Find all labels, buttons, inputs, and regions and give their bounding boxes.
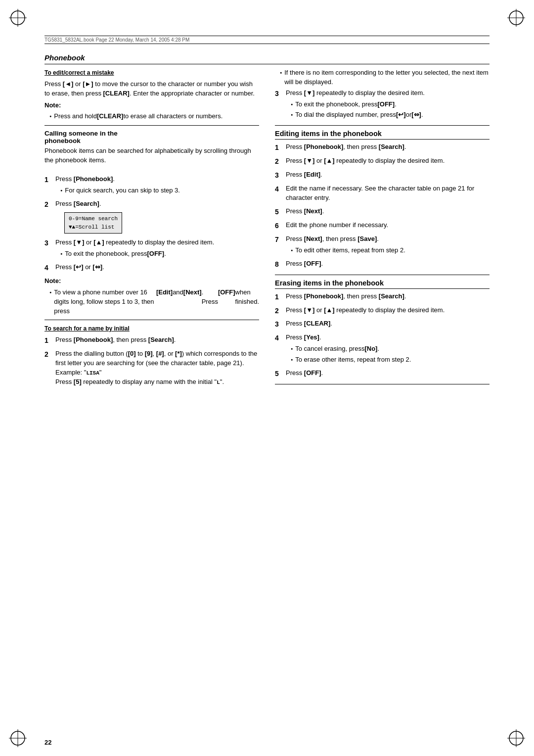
editing-step-3: 3 Press [Edit].	[275, 170, 490, 182]
meta-text: TG5831_5832AL.book Page 22 Monday, March…	[44, 37, 189, 43]
search-initial-step-1: 1 Press [Phonebook], then press [Search]…	[44, 335, 259, 347]
right-top-bullet-1: If there is no item corresponding to the…	[275, 68, 490, 87]
edit-mistake-heading: To edit/correct a mistake	[44, 69, 114, 76]
edit-note: Note: Press and hold [CLEAR] to erase al…	[44, 101, 259, 122]
two-column-layout: To edit/correct a mistake Press [◄] or […	[44, 68, 490, 726]
meta-bar: TG5831_5832AL.book Page 22 Monday, March…	[44, 36, 490, 44]
right-top-steps: 3 Press [▼] repeatedly to display the de…	[275, 89, 490, 122]
corner-mark-bl	[9, 729, 27, 747]
edit-note-item-1: Press and hold [CLEAR] to erase all char…	[44, 112, 259, 121]
page: TG5831_5832AL.book Page 22 Monday, March…	[0, 0, 534, 756]
calling-steps: 1 Press [Phonebook]. For quick search, y…	[44, 175, 259, 274]
erasing-step-3: 3 Press [CLEAR].	[275, 319, 490, 331]
divider-2	[44, 320, 259, 320]
calling-title: Calling someone in thephonebook	[44, 130, 259, 144]
erasing-steps: 1 Press [Phonebook], then press [Search]…	[275, 292, 490, 380]
calling-note-item-1: To view a phone number over 16 digits lo…	[44, 288, 259, 316]
calling-intro: Phonebook items can be searched for alph…	[44, 146, 259, 165]
calling-note: Note: To view a phone number over 16 dig…	[44, 277, 259, 316]
editing-steps: 1 Press [Phonebook], then press [Search]…	[275, 142, 490, 270]
page-number: 22	[44, 739, 51, 746]
search-initial-section: To search for a name by initial 1 Press …	[44, 324, 259, 388]
corner-mark-tr	[507, 9, 525, 27]
erasing-title: Erasing items in the phonebook	[275, 279, 490, 289]
editing-title: Editing items in the phonebook	[275, 130, 490, 140]
edit-note-title: Note:	[44, 101, 259, 110]
right-bullet-dial: To dial the displayed number, press[↩] o…	[286, 110, 490, 120]
search-initial-heading: To search for a name by initial	[44, 325, 130, 332]
right-column: If there is no item corresponding to the…	[275, 68, 490, 726]
calling-step-1: 1 Press [Phonebook]. For quick search, y…	[44, 175, 259, 197]
search-initial-steps: 1 Press [Phonebook], then press [Search]…	[44, 335, 259, 388]
erasing-step-2: 2 Press [▼] or [▲] repeatedly to display…	[275, 306, 490, 317]
editing-step-4: 4 Edit the name if necessary. See the ch…	[275, 184, 490, 205]
editing-step-5: 5 Press [Next].	[275, 207, 490, 218]
edit-note-list: Press and hold [CLEAR] to erase all char…	[44, 112, 259, 121]
corner-mark-tl	[9, 9, 27, 27]
editing-section: Editing items in the phonebook 1 Press […	[275, 130, 490, 270]
divider-4	[275, 275, 490, 275]
right-top-step-3: 3 Press [▼] repeatedly to display the de…	[275, 89, 490, 122]
divider-3	[275, 125, 490, 126]
right-bullet-off: To exit the phonebook, press [OFF].	[286, 100, 490, 109]
editing-step-6: 6 Edit the phone number if necessary.	[275, 221, 490, 232]
calling-section: Calling someone in thephonebook Phoneboo…	[44, 130, 259, 316]
editing-step-8: 8 Press [OFF].	[275, 259, 490, 271]
editing-step-1: 1 Press [Phonebook], then press [Search]…	[275, 142, 490, 154]
divider-1	[44, 125, 259, 126]
content-area: Phonebook To edit/correct a mistake Pres…	[44, 53, 490, 726]
right-top-section: If there is no item corresponding to the…	[275, 68, 490, 121]
calling-step-3: 3 Press [▼] or [▲] repeatedly to display…	[44, 238, 259, 260]
section-title: Phonebook	[44, 53, 490, 64]
search-initial-step-2: 2 Press the dialling button ([0] to [9],…	[44, 349, 259, 389]
erasing-section: Erasing items in the phonebook 1 Press […	[275, 279, 490, 380]
edit-mistake-body: Press [◄] or [►] to move the cursor to t…	[44, 80, 259, 98]
editing-step-7: 7 Press [Next], then press [Save]. To ed…	[275, 235, 490, 257]
calling-step-2: 2 Press [Search]. 0-9=Name search▼▲=Scro…	[44, 199, 259, 236]
erasing-step-4: 4 Press [Yes]. To cancel erasing, press …	[275, 333, 490, 366]
calling-step-4: 4 Press [↩] or [⇔].	[44, 263, 259, 274]
erasing-step-4-bullet-2: To erase other items, repeat from step 2…	[286, 355, 490, 365]
screen-display: 0-9=Name search▼▲=Scroll list	[64, 212, 122, 234]
editing-step-7-bullet: To edit other items, repeat from step 2.	[286, 246, 490, 255]
corner-mark-br	[507, 729, 525, 747]
left-column: To edit/correct a mistake Press [◄] or […	[44, 68, 259, 726]
calling-step-1-bullet: For quick search, you can skip to step 3…	[55, 186, 259, 195]
erasing-step-5: 5 Press [OFF].	[275, 369, 490, 380]
erasing-step-4-bullet-1: To cancel erasing, press [No].	[286, 344, 490, 354]
erasing-step-1: 1 Press [Phonebook], then press [Search]…	[275, 292, 490, 303]
calling-step-3-bullet: To exit the phonebook, press [OFF].	[55, 249, 259, 259]
edit-mistake-section: To edit/correct a mistake Press [◄] or […	[44, 68, 259, 121]
calling-note-title: Note:	[44, 277, 259, 286]
right-top-bullets: If there is no item corresponding to the…	[275, 68, 490, 87]
divider-5	[275, 384, 490, 384]
editing-step-2: 2 Press [▼] or [▲] repeatedly to display…	[275, 156, 490, 168]
